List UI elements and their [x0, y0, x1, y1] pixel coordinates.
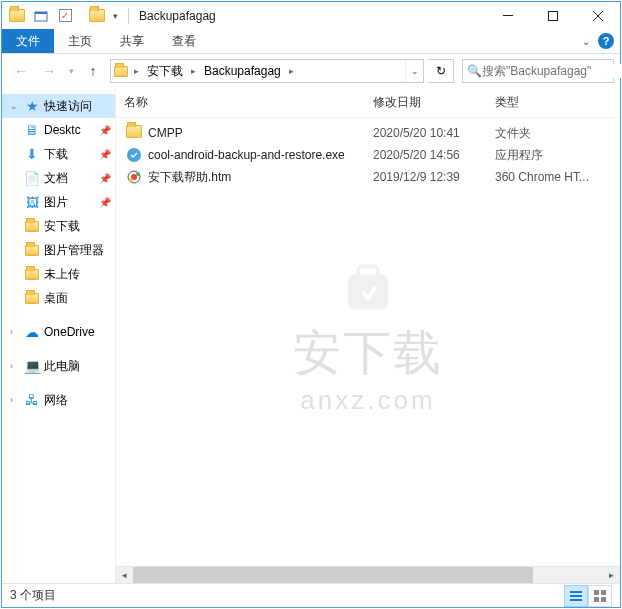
qat-divider [78, 5, 84, 27]
explorer-window: ✓ ▾ Backupafagag 文件 主页 共享 查看 ⌄ ? ← → ▾ ↑ [1, 1, 621, 608]
tab-share[interactable]: 共享 [106, 29, 158, 53]
status-bar: 3 个项目 [2, 583, 620, 607]
ribbon-tabs: 文件 主页 共享 查看 ⌄ ? [2, 29, 620, 54]
download-icon: ⬇ [24, 146, 40, 162]
expand-icon[interactable]: › [10, 361, 20, 371]
tab-home[interactable]: 主页 [54, 29, 106, 53]
expand-icon[interactable]: › [10, 395, 20, 405]
file-name: CMPP [148, 126, 183, 140]
svg-rect-2 [503, 15, 513, 16]
forward-button[interactable]: → [36, 58, 62, 84]
desktop-icon: 🖥 [24, 122, 40, 138]
nav-quick-access[interactable]: ⌄ ★ 快速访问 [2, 94, 115, 118]
file-date: 2019/12/9 12:39 [365, 170, 487, 184]
svg-rect-14 [594, 590, 599, 595]
titlebar: ✓ ▾ Backupafagag [2, 2, 620, 29]
column-type[interactable]: 类型 [487, 94, 620, 111]
breadcrumb-segment[interactable]: Backupafagag [199, 60, 286, 82]
help-icon[interactable]: ? [598, 33, 614, 49]
collapse-icon[interactable]: ⌄ [10, 101, 20, 111]
breadcrumb-segment[interactable]: 安下载 [142, 60, 188, 82]
maximize-button[interactable] [530, 2, 575, 29]
search-icon: 🔍 [467, 64, 482, 78]
search-box[interactable]: 🔍 [462, 59, 614, 83]
svg-rect-3 [548, 11, 557, 20]
exe-icon [126, 147, 142, 163]
svg-rect-11 [570, 591, 582, 593]
chevron-right-icon[interactable]: ▸ [286, 66, 297, 76]
file-date: 2020/5/20 10:41 [365, 126, 487, 140]
quick-access-toolbar: ✓ ▾ [2, 5, 124, 27]
svg-rect-12 [570, 595, 582, 597]
nav-network[interactable]: › 🖧 网络 [2, 388, 115, 412]
folder-icon [24, 242, 40, 258]
nav-item-folder[interactable]: 安下载 [2, 214, 115, 238]
up-button[interactable]: ↑ [80, 58, 106, 84]
close-button[interactable] [575, 2, 620, 29]
pin-icon: 📌 [99, 149, 111, 160]
scroll-left-button[interactable]: ◂ [116, 567, 133, 584]
window-title: Backupafagag [133, 9, 485, 23]
nav-item-documents[interactable]: 📄 文档 📌 [2, 166, 115, 190]
file-row[interactable]: CMPP 2020/5/20 10:41 文件夹 [116, 122, 620, 144]
search-input[interactable] [482, 64, 622, 78]
separator [128, 8, 129, 24]
svg-rect-1 [35, 12, 47, 14]
scroll-right-button[interactable]: ▸ [603, 567, 620, 584]
qat-properties-icon[interactable] [30, 5, 52, 27]
svg-rect-13 [570, 599, 582, 601]
tab-view[interactable]: 查看 [158, 29, 210, 53]
folder-icon [6, 5, 28, 27]
column-headers: 名称 修改日期 类型 [116, 88, 620, 118]
file-name: cool-android-backup-and-restore.exe [148, 148, 345, 162]
details-view-button[interactable] [564, 585, 588, 607]
pc-icon: 💻 [24, 358, 40, 374]
address-folder-icon[interactable] [111, 60, 131, 82]
nav-thispc[interactable]: › 💻 此电脑 [2, 354, 115, 378]
file-pane: 名称 修改日期 类型 CMPP 2020/5/20 10:41 文件夹 [116, 88, 620, 583]
nav-item-pictures[interactable]: 🖼 图片 📌 [2, 190, 115, 214]
folder-icon [24, 218, 40, 234]
horizontal-scrollbar[interactable]: ◂ ▸ [116, 566, 620, 583]
qat-checkbox-icon[interactable]: ✓ [54, 5, 76, 27]
history-dropdown-icon[interactable]: ▾ [64, 58, 78, 84]
file-name: 安下载帮助.htm [148, 169, 231, 186]
file-list[interactable]: CMPP 2020/5/20 10:41 文件夹 cool-android-ba… [116, 118, 620, 566]
tab-file[interactable]: 文件 [2, 29, 54, 53]
column-date[interactable]: 修改日期 [365, 94, 487, 111]
address-dropdown-icon[interactable]: ⌄ [405, 60, 423, 82]
expand-icon[interactable]: › [10, 327, 20, 337]
icons-view-button[interactable] [588, 585, 612, 607]
nav-item-folder[interactable]: 桌面 [2, 286, 115, 310]
svg-point-7 [136, 172, 140, 176]
svg-rect-15 [601, 590, 606, 595]
navigation-pane: ⌄ ★ 快速访问 🖥 Desktc 📌 ⬇ 下载 📌 📄 文档 [2, 88, 116, 583]
expand-ribbon-icon[interactable]: ⌄ [582, 36, 590, 47]
svg-point-8 [129, 178, 133, 182]
pictures-icon: 🖼 [24, 194, 40, 210]
back-button[interactable]: ← [8, 58, 34, 84]
nav-item-downloads[interactable]: ⬇ 下载 📌 [2, 142, 115, 166]
item-count: 3 个项目 [10, 587, 56, 604]
pin-icon: 📌 [99, 125, 111, 136]
window-controls [485, 2, 620, 29]
file-type: 应用程序 [487, 147, 620, 164]
scroll-thumb[interactable] [133, 567, 533, 583]
nav-item-desktop[interactable]: 🖥 Desktc 📌 [2, 118, 115, 142]
column-name[interactable]: 名称 [116, 94, 365, 111]
refresh-button[interactable]: ↻ [428, 59, 454, 83]
qat-dropdown-icon[interactable]: ▾ [110, 5, 120, 27]
chevron-right-icon[interactable]: ▸ [131, 66, 142, 76]
file-row[interactable]: cool-android-backup-and-restore.exe 2020… [116, 144, 620, 166]
file-row[interactable]: 安下载帮助.htm 2019/12/9 12:39 360 Chrome HT.… [116, 166, 620, 188]
scroll-track[interactable] [133, 567, 603, 583]
nav-onedrive[interactable]: › ☁ OneDrive [2, 320, 115, 344]
address-bar[interactable]: ▸ 安下载 ▸ Backupafagag ▸ ⌄ [110, 59, 424, 83]
folder-icon [24, 290, 40, 306]
nav-item-folder[interactable]: 图片管理器 [2, 238, 115, 262]
chevron-right-icon[interactable]: ▸ [188, 66, 199, 76]
nav-item-folder[interactable]: 未上传 [2, 262, 115, 286]
content-area: ⌄ ★ 快速访问 🖥 Desktc 📌 ⬇ 下载 📌 📄 文档 [2, 88, 620, 583]
minimize-button[interactable] [485, 2, 530, 29]
svg-rect-16 [594, 597, 599, 602]
